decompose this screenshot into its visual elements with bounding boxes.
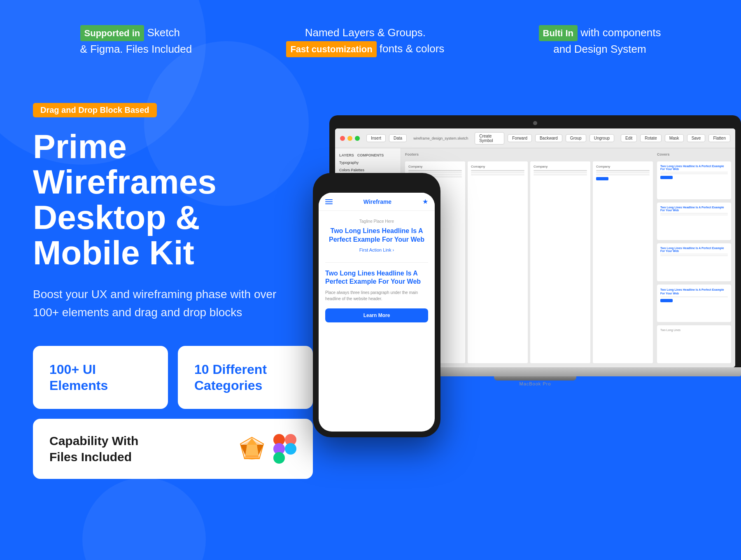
toolbar-btn-save[interactable]: Save: [687, 134, 706, 142]
canvas-frame-2: Comapny: [468, 161, 528, 363]
capability-icons: [239, 434, 296, 464]
macbook-foot: [494, 376, 576, 380]
cover-frame-3: Two Long Lines Headline Is A Perfect Exa…: [657, 243, 731, 281]
badge-fast-customization: Fast customization: [286, 41, 376, 57]
top-features-bar: Supported in Sketch & Figma. Files Inclu…: [0, 25, 741, 57]
sketch-canvas-col-covers: Covers Two Long Lines Headline Is A Perf…: [657, 152, 731, 363]
phone-outer: Wireframe ★ Tagline Place Here Two Long …: [313, 173, 440, 437]
main-title-line2: Desktop & Mobile Kit: [33, 198, 200, 271]
sketch-canvas-col-main: Footers Company: [405, 152, 653, 363]
phone-headline2: Two Long Lines Headline Is APerfect Exam…: [325, 269, 428, 287]
macbook-camera: [533, 121, 537, 125]
phone-app-bar: Wireframe ★: [319, 193, 435, 211]
drag-drop-badge: Drag and Drop Block Based: [33, 103, 157, 117]
cover-frame-5: Two Long Lines: [657, 325, 731, 363]
fonts-colors-text: fonts & colors: [380, 42, 445, 55]
toolbar-btn-group[interactable]: Group: [566, 134, 586, 142]
toolbar-btn-data[interactable]: Data: [389, 134, 407, 142]
toolbar-btn-ungroup[interactable]: Ungroup: [590, 134, 614, 142]
canvas-label-covers: Covers: [657, 152, 731, 156]
badge-supported: Supported in: [80, 25, 144, 41]
canvas-frame-3: Company: [530, 161, 590, 363]
traffic-light-red: [340, 136, 345, 141]
feature-builtin: Bulti In with components and Design Syst…: [539, 25, 661, 57]
hamburger-icon: [325, 199, 333, 204]
phone-divider: [325, 262, 428, 263]
cover-frame-4: Two Long Lines Headline Is A Perfect Exa…: [657, 285, 731, 322]
phone-body-text: Place always three lines paragraph under…: [325, 289, 428, 302]
sketch-canvas: Footers Company: [401, 148, 735, 367]
capability-card: Capability WithFiles Included: [33, 419, 313, 479]
feature-cards-row: 100+ UIElements 10 DifferentCategories: [33, 346, 313, 409]
phone-mockup: Wireframe ★ Tagline Place Here Two Long …: [313, 173, 440, 437]
main-title-line1: Prime Wireframes: [33, 128, 217, 201]
sketch-toolbar: Insert Data wireframe_design_system.sket…: [335, 128, 735, 148]
phone-headline1: Two Long Lines Headline Is APerfect Exam…: [325, 227, 428, 244]
sketch-sidebar-header: LAYERSCOMPONENTS: [335, 152, 401, 159]
toolbar-btn-rotate[interactable]: Rotate: [640, 134, 661, 142]
card-ui-elements-label: 100+ UIElements: [49, 362, 151, 393]
canvas-frames-row: Company Comapny: [405, 161, 653, 363]
canvas-frame-4: Company: [593, 161, 653, 363]
toolbar-btn-edit[interactable]: Edit: [621, 134, 637, 142]
named-layers-text: Named Layers & Groups.: [286, 25, 444, 41]
traffic-light-yellow: [347, 136, 352, 141]
badge-builtin: Bulti In: [539, 25, 578, 41]
bg-decoration-3: [82, 478, 206, 560]
phone-content: Tagline Place Here Two Long Lines Headli…: [319, 211, 435, 331]
phone-tagline: Tagline Place Here: [325, 219, 428, 224]
toolbar-btn-forward[interactable]: Forward: [508, 134, 532, 142]
star-icon: ★: [422, 198, 428, 205]
main-title: Prime Wireframes Desktop & Mobile Kit: [33, 129, 313, 271]
feature-named-layers: Named Layers & Groups. Fast customizatio…: [286, 25, 444, 57]
svg-rect-15: [273, 452, 285, 464]
capability-text: Capability WithFiles Included: [49, 433, 138, 465]
phone-screen: Wireframe ★ Tagline Place Here Two Long …: [319, 193, 435, 432]
traffic-lights: [340, 136, 360, 141]
cover-frame-1: Two Long Lines Headline Is A Perfect Exa…: [657, 161, 731, 199]
sketch-icon: [239, 436, 265, 462]
feature-sketch-figma: Supported in Sketch & Figma. Files Inclu…: [80, 25, 192, 57]
canvas-label-footers: Footers: [405, 152, 653, 156]
traffic-light-green: [355, 136, 360, 141]
toolbar-btn-flatten[interactable]: Flatten: [708, 134, 730, 142]
phone-notch: [352, 179, 401, 191]
toolbar-btn-create[interactable]: Create Symbol: [475, 132, 504, 145]
svg-marker-9: [245, 445, 259, 455]
sketch-filename: wireframe_design_system.sketch: [413, 136, 468, 140]
phone-app-title: Wireframe: [364, 198, 391, 205]
card-ui-elements: 100+ UIElements: [33, 346, 168, 409]
right-content-area: Insert Data wireframe_design_system.sket…: [288, 82, 741, 519]
card-categories-label: 10 DifferentCategories: [194, 362, 296, 393]
phone-link[interactable]: First Action Link ›: [325, 247, 428, 252]
toolbar-btn-mask[interactable]: Mask: [665, 134, 684, 142]
phone-cta-button[interactable]: Learn More: [325, 308, 428, 322]
sidebar-item-typography[interactable]: Typography: [335, 159, 401, 166]
cover-frame-2: Two Long Lines Headline Is A Perfect Exa…: [657, 203, 731, 240]
left-content-area: Drag and Drop Block Based Prime Wirefram…: [33, 103, 313, 479]
toolbar-btn-insert[interactable]: Insert: [366, 134, 386, 142]
toolbar-btn-backward[interactable]: Backward: [535, 134, 562, 142]
sub-description: Boost your UX and wireframing phase with…: [33, 285, 288, 321]
